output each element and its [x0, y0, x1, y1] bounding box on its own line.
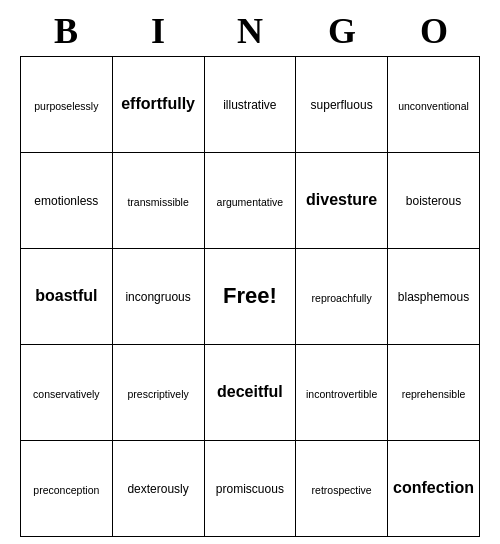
- bingo-header: BINGO: [20, 10, 480, 52]
- cell-text: dexterously: [127, 482, 188, 496]
- table-row: purposelesslyeffortfullyillustrativesupe…: [21, 57, 480, 153]
- grid-cell-r1-c1: transmissible: [112, 153, 204, 249]
- cell-text: deceitful: [217, 383, 283, 400]
- bingo-letter-N: N: [204, 10, 296, 52]
- grid-cell-r0-c4: unconventional: [388, 57, 480, 153]
- bingo-letter-I: I: [112, 10, 204, 52]
- cell-text: transmissible: [127, 196, 188, 208]
- grid-cell-r4-c4: confection: [388, 441, 480, 537]
- cell-text: argumentative: [217, 196, 284, 208]
- bingo-letter-O: O: [388, 10, 480, 52]
- grid-cell-r3-c1: prescriptively: [112, 345, 204, 441]
- grid-cell-r0-c2: illustrative: [204, 57, 296, 153]
- grid-cell-r4-c1: dexterously: [112, 441, 204, 537]
- cell-text: superfluous: [311, 98, 373, 112]
- cell-text: purposelessly: [34, 100, 98, 112]
- cell-text: effortfully: [121, 95, 195, 112]
- bingo-letter-B: B: [20, 10, 112, 52]
- grid-cell-r4-c2: promiscuous: [204, 441, 296, 537]
- cell-text: Free!: [223, 283, 277, 308]
- cell-text: retrospective: [312, 484, 372, 496]
- cell-text: divesture: [306, 191, 377, 208]
- cell-text: preconception: [33, 484, 99, 496]
- grid-cell-r3-c2: deceitful: [204, 345, 296, 441]
- grid-cell-r1-c0: emotionless: [21, 153, 113, 249]
- cell-text: boastful: [35, 287, 97, 304]
- cell-text: incontrovertible: [306, 388, 377, 400]
- grid-cell-r0-c0: purposelessly: [21, 57, 113, 153]
- cell-text: reprehensible: [402, 388, 466, 400]
- grid-cell-r1-c3: divesture: [296, 153, 388, 249]
- table-row: emotionlesstransmissibleargumentativediv…: [21, 153, 480, 249]
- grid-cell-r2-c1: incongruous: [112, 249, 204, 345]
- cell-text: promiscuous: [216, 482, 284, 496]
- bingo-grid: purposelesslyeffortfullyillustrativesupe…: [20, 56, 480, 537]
- grid-cell-r4-c3: retrospective: [296, 441, 388, 537]
- table-row: boastfulincongruousFree!reproachfullybla…: [21, 249, 480, 345]
- cell-text: unconventional: [398, 100, 469, 112]
- grid-cell-r4-c0: preconception: [21, 441, 113, 537]
- table-row: preconceptiondexterouslypromiscuousretro…: [21, 441, 480, 537]
- table-row: conservativelyprescriptivelydeceitfulinc…: [21, 345, 480, 441]
- grid-cell-r1-c4: boisterous: [388, 153, 480, 249]
- cell-text: blasphemous: [398, 290, 469, 304]
- grid-cell-r2-c2: Free!: [204, 249, 296, 345]
- grid-cell-r3-c0: conservatively: [21, 345, 113, 441]
- cell-text: incongruous: [125, 290, 190, 304]
- grid-cell-r0-c1: effortfully: [112, 57, 204, 153]
- cell-text: confection: [393, 479, 474, 496]
- cell-text: illustrative: [223, 98, 276, 112]
- cell-text: boisterous: [406, 194, 461, 208]
- cell-text: emotionless: [34, 194, 98, 208]
- grid-cell-r1-c2: argumentative: [204, 153, 296, 249]
- grid-cell-r3-c4: reprehensible: [388, 345, 480, 441]
- cell-text: prescriptively: [127, 388, 188, 400]
- grid-cell-r2-c0: boastful: [21, 249, 113, 345]
- grid-cell-r0-c3: superfluous: [296, 57, 388, 153]
- grid-cell-r3-c3: incontrovertible: [296, 345, 388, 441]
- grid-cell-r2-c3: reproachfully: [296, 249, 388, 345]
- bingo-letter-G: G: [296, 10, 388, 52]
- cell-text: reproachfully: [312, 292, 372, 304]
- cell-text: conservatively: [33, 388, 100, 400]
- grid-cell-r2-c4: blasphemous: [388, 249, 480, 345]
